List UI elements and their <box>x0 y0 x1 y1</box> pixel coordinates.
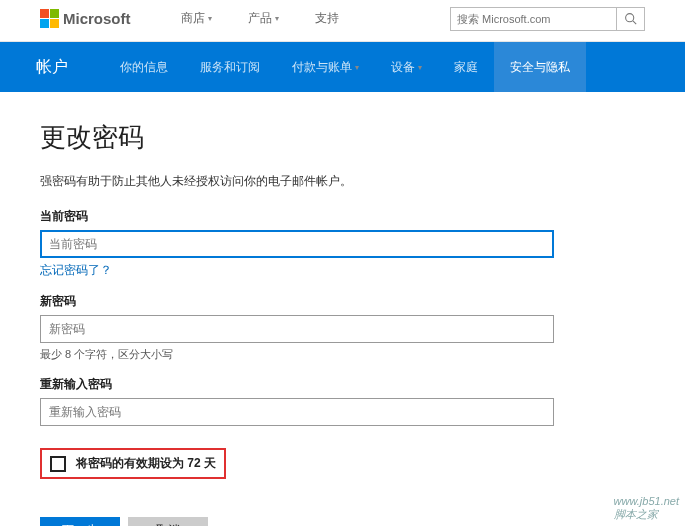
top-menu-label: 支持 <box>315 10 339 27</box>
confirm-password-input[interactable] <box>40 398 554 426</box>
search-button[interactable] <box>616 8 644 30</box>
nav-title: 帐户 <box>36 42 68 92</box>
page-content: 更改密码 强密码有助于防止其他人未经授权访问你的电子邮件帐户。 当前密码 忘记密… <box>0 92 685 526</box>
chevron-down-icon: ▾ <box>418 63 422 72</box>
svg-point-0 <box>626 14 634 22</box>
top-menu-store[interactable]: 商店 ▾ <box>181 10 212 27</box>
new-password-field: 新密码 最少 8 个字符，区分大小写 <box>40 293 645 362</box>
current-password-input[interactable] <box>40 230 554 258</box>
nav-security-privacy[interactable]: 安全与隐私 <box>494 42 586 92</box>
watermark-site: www.jb51.net <box>614 495 679 507</box>
search-icon <box>624 12 637 25</box>
watermark: www.jb51.net 脚本之家 <box>614 495 679 522</box>
account-navbar: 帐户 你的信息 服务和订阅 付款与账单▾ 设备▾ 家庭 安全与隐私 <box>0 42 685 92</box>
password-expiry-row: 将密码的有效期设为 72 天 <box>40 448 226 479</box>
nav-services[interactable]: 服务和订阅 <box>184 42 276 92</box>
new-password-label: 新密码 <box>40 293 645 310</box>
password-expiry-checkbox[interactable] <box>50 456 66 472</box>
microsoft-logo-text: Microsoft <box>63 10 131 27</box>
password-hint: 最少 8 个字符，区分大小写 <box>40 347 645 362</box>
page-description: 强密码有助于防止其他人未经授权访问你的电子邮件帐户。 <box>40 173 645 190</box>
top-menu-label: 商店 <box>181 10 205 27</box>
search-input[interactable] <box>451 13 616 25</box>
cancel-button[interactable]: 取消 <box>128 517 208 526</box>
microsoft-logo[interactable]: Microsoft <box>40 9 131 28</box>
top-bar: Microsoft 商店 ▾ 产品 ▾ 支持 <box>0 0 685 42</box>
svg-line-1 <box>633 21 636 24</box>
top-menu-label: 产品 <box>248 10 272 27</box>
next-button[interactable]: 下一步 <box>40 517 120 526</box>
forgot-password-link[interactable]: 忘记密码了？ <box>40 262 112 279</box>
top-menu-support[interactable]: 支持 <box>315 10 339 27</box>
current-password-field: 当前密码 忘记密码了？ <box>40 208 645 279</box>
nav-devices[interactable]: 设备▾ <box>375 42 438 92</box>
page-heading: 更改密码 <box>40 120 645 155</box>
confirm-password-label: 重新输入密码 <box>40 376 645 393</box>
button-row: 下一步 取消 <box>40 517 645 526</box>
search-box <box>450 7 645 31</box>
confirm-password-field: 重新输入密码 <box>40 376 645 426</box>
microsoft-logo-icon <box>40 9 59 28</box>
top-menu: 商店 ▾ 产品 ▾ 支持 <box>181 10 339 27</box>
password-expiry-label: 将密码的有效期设为 72 天 <box>76 455 216 472</box>
nav-family[interactable]: 家庭 <box>438 42 494 92</box>
chevron-down-icon: ▾ <box>355 63 359 72</box>
watermark-name: 脚本之家 <box>614 507 679 522</box>
nav-your-info[interactable]: 你的信息 <box>104 42 184 92</box>
current-password-label: 当前密码 <box>40 208 645 225</box>
chevron-down-icon: ▾ <box>208 14 212 23</box>
nav-payment[interactable]: 付款与账单▾ <box>276 42 375 92</box>
new-password-input[interactable] <box>40 315 554 343</box>
top-menu-products[interactable]: 产品 ▾ <box>248 10 279 27</box>
chevron-down-icon: ▾ <box>275 14 279 23</box>
